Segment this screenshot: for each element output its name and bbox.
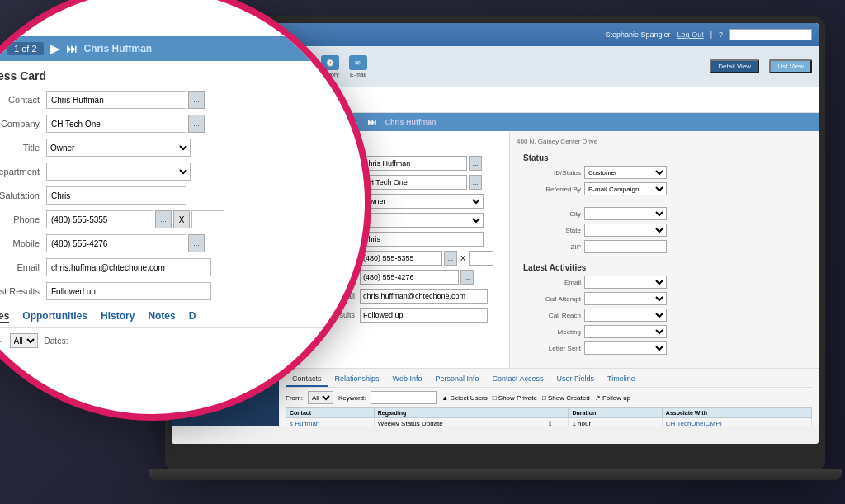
zoomed-dept-select[interactable] [46, 163, 191, 181]
tab-contact-access[interactable]: Contact Access [485, 372, 550, 387]
phone-ext-input[interactable] [469, 251, 493, 266]
last-record-btn[interactable]: ⏭ [366, 116, 379, 128]
la-call-attempt-label: Call Attempt [523, 295, 581, 303]
follow-up-label: ↗ Follow up [595, 394, 630, 402]
status-section: Status ID/Status Customer Referred By [517, 148, 812, 204]
zoomed-phone-ext[interactable] [191, 210, 224, 228]
zoomed-tab-opportunities[interactable]: Opportunities [22, 310, 87, 323]
state-select[interactable] [584, 224, 667, 237]
phone-ellipsis-btn[interactable]: ... [444, 251, 457, 266]
phone-input-group: ... X [360, 251, 493, 266]
mobile-input[interactable] [360, 270, 459, 285]
activity-contact-1[interactable]: s Huffman [290, 420, 319, 426]
right-panel: 400 N. Gainey Center Drive Status ID/Sta… [510, 131, 819, 368]
la-letter-select[interactable] [584, 341, 667, 355]
zoomed-company-ellipsis[interactable]: ... [188, 115, 205, 133]
zoomed-phone-x-btn[interactable]: X [173, 210, 190, 228]
zip-input[interactable] [584, 240, 667, 253]
state-row: State [523, 224, 805, 237]
zoomed-phone-group: ... X [46, 210, 224, 228]
company-ellipsis-btn[interactable]: ... [469, 175, 482, 190]
zoomed-tab-activities[interactable]: Activities [0, 310, 9, 323]
department-select[interactable] [360, 213, 484, 228]
latest-activities-heading: Latest Activities [523, 263, 805, 272]
referred-select[interactable]: E-mail Campaign [584, 182, 667, 195]
zoomed-title-select[interactable]: Owner [46, 139, 191, 157]
zoomed-phone-input[interactable] [46, 210, 153, 228]
zoomed-contact-input[interactable] [46, 91, 186, 109]
zoomed-mobile-ellipsis[interactable]: ... [188, 234, 205, 252]
zoomed-contact-ellipsis[interactable]: ... [188, 91, 205, 109]
zoomed-title: Contacts [0, 7, 337, 28]
zoomed-tab-d[interactable]: D [189, 310, 196, 323]
id-status-row: ID/Status Customer [523, 166, 805, 179]
zoomed-company-label: Company [0, 119, 40, 129]
phone-input[interactable] [360, 251, 442, 266]
zoomed-dept-label: Department [0, 167, 40, 177]
zoomed-lastresults-input[interactable] [46, 282, 211, 300]
la-call-attempt-select[interactable] [584, 292, 667, 305]
zoomed-record-name: Chris Huffman [84, 43, 153, 54]
zoomed-salutation-row: Salutation [0, 186, 337, 205]
top-search-input[interactable] [729, 29, 812, 40]
zoomed-showfor-select[interactable]: All [10, 333, 38, 348]
zoomed-phone-row: Phone ... X [0, 210, 337, 228]
la-letter-row: Letter Sent [523, 341, 805, 355]
state-label: State [523, 227, 581, 234]
zoomed-phone-ellipsis[interactable]: ... [155, 210, 172, 228]
title-select[interactable]: Owner [360, 194, 484, 209]
help-btn[interactable]: ? [719, 31, 723, 39]
mobile-ellipsis-btn[interactable]: ... [460, 270, 474, 285]
last-results-input[interactable] [360, 308, 488, 323]
zoomed-contact-group: ... [46, 91, 205, 109]
contact-input[interactable] [360, 156, 467, 171]
la-meeting-select[interactable] [584, 325, 667, 338]
zoomed-mobile-group: ... [46, 234, 205, 252]
contact-ellipsis-btn[interactable]: ... [469, 156, 482, 171]
address-fields: City State ZIP [517, 204, 812, 260]
zoomed-mobile-input[interactable] [46, 234, 186, 252]
keyword-input[interactable] [371, 391, 437, 404]
tab-timeline[interactable]: Timeline [601, 372, 642, 387]
city-label: City [523, 210, 581, 218]
la-email-row: Email [523, 276, 805, 289]
phone-ext-x: X [460, 254, 465, 262]
select-users-label: ▲ Select Users [441, 394, 488, 402]
detail-view-btn[interactable]: Detail View [710, 59, 759, 73]
zoomed-salutation-label: Salutation [0, 191, 40, 200]
zoomed-tab-history[interactable]: History [101, 310, 135, 323]
tab-web-info[interactable]: Web Info [386, 372, 429, 387]
zoomed-phone-label: Phone [0, 214, 40, 224]
zoomed-crm: Contacts ⏮ ◀ 1 of 2 ▶ ⏭ Chris Huffman Bu… [0, 7, 337, 348]
la-email-select[interactable] [584, 276, 667, 289]
activity-associate-1[interactable]: CH TechOne[CMP] [666, 420, 722, 426]
la-call-reach-select[interactable] [584, 309, 667, 322]
zoomed-company-group: ... [46, 115, 205, 133]
zoomed-title-row: Title Owner [0, 139, 337, 157]
activity-regarding-1: Weekly Status Update [374, 418, 545, 426]
zoomed-salutation-input[interactable] [46, 186, 186, 205]
la-meeting-row: Meeting [523, 325, 805, 338]
list-view-btn[interactable]: List View [769, 59, 812, 73]
zoomed-prev-btn[interactable]: ◀ [0, 42, 1, 55]
address-hint: 400 N. Gainey Center Drive [517, 138, 812, 145]
tab-user-fields[interactable]: User Fields [550, 372, 602, 387]
tab-personal-info[interactable]: Personal Info [428, 372, 485, 387]
zoomed-email-input[interactable] [46, 258, 211, 276]
zoomed-company-input[interactable] [46, 115, 186, 133]
show-created-label: □ Show Created [542, 394, 590, 402]
salutation-input[interactable] [360, 232, 484, 247]
show-private-label: □ Show Private [493, 394, 537, 402]
company-input[interactable] [360, 175, 467, 190]
zoomed-next-btn[interactable]: ▶ [50, 42, 59, 55]
id-status-select[interactable]: Customer [584, 166, 667, 179]
logged-in-user: Stephanie Spangler [606, 31, 671, 39]
zoomed-dept-row: Department [0, 163, 337, 181]
city-select[interactable] [584, 207, 667, 220]
zoomed-tab-notes[interactable]: Notes [148, 310, 175, 323]
logout-link[interactable]: Log Out [677, 31, 704, 39]
col-duration: Duration [569, 408, 662, 418]
email-input[interactable] [360, 289, 488, 304]
zoomed-last-btn[interactable]: ⏭ [66, 42, 78, 55]
referred-label: Referred By [523, 186, 581, 193]
